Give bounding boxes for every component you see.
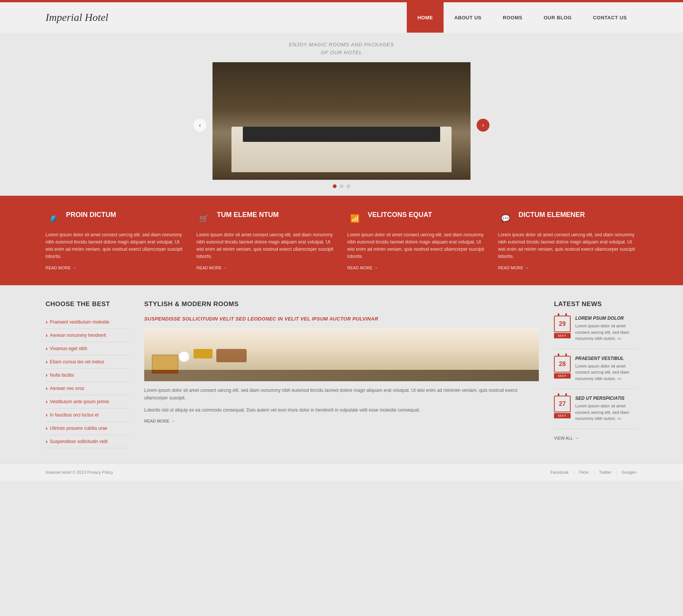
choose-item-link-3[interactable]: Etiam cursus leo vel metus: [50, 359, 104, 365]
choose-item-4[interactable]: Nulla facilisi: [46, 369, 129, 382]
latest-news-title: LATEST NEWS: [554, 300, 637, 308]
arrow-icon: →: [525, 266, 529, 270]
choose-item-0[interactable]: Praesent vestibulum molestie: [46, 316, 129, 329]
news-link-0[interactable]: ›››: [617, 336, 622, 341]
news-content-1: PRAESENT VESTIBUL Lorem ipsum dolor sit …: [575, 356, 637, 382]
feature-text-1: Lorem ipsum dolor sit amet consect uercn…: [197, 231, 336, 261]
choose-item-1[interactable]: Aenean nonummy hendrerit: [46, 329, 129, 342]
choose-item-5[interactable]: Aenean nec eros: [46, 382, 129, 395]
feature-text-3: Lorem ipsum dolor sit amet consect uercn…: [498, 231, 638, 261]
feature-read-more-3[interactable]: READ MORE →: [498, 266, 638, 270]
footer-link-facebook[interactable]: Facebook: [551, 470, 569, 475]
view-all-link[interactable]: VIEW ALL →: [554, 436, 637, 440]
feature-read-more-0[interactable]: READ MORE →: [46, 266, 185, 270]
slider-next-button[interactable]: ›: [477, 119, 489, 132]
arrow-icon: →: [574, 436, 579, 440]
latest-news-column: LATEST NEWS 29 MAY LOREM PSUM DOLOR Lore…: [554, 300, 637, 448]
news-date-box-0: 29 MAY: [554, 316, 571, 342]
hero-line1: ENJOY MAGIC ROOMS AND PACKAGES: [0, 41, 683, 49]
feature-item-2: 📶 VELITCONS EQUAT Lorem ipsum dolor sit …: [347, 211, 487, 270]
feature-header-1: 🛒 TUM ELEME NTUM: [197, 211, 336, 226]
rooms-title: STYLISH & MODERN ROOMS: [144, 300, 539, 308]
choose-item-link-0[interactable]: Praesent vestibulum molestie: [50, 319, 109, 325]
footer-divider-2: |: [593, 470, 595, 475]
nav-item-rooms[interactable]: ROOMS: [492, 2, 533, 33]
bed-scene-graphic: [212, 62, 471, 180]
news-item-1: 28 MAY PRAESENT VESTIBUL Lorem ipsum dol…: [554, 356, 637, 389]
arrow-icon: →: [72, 266, 77, 270]
rooms-text-1: Lorem ipsum dolor sit amet consect uercn…: [144, 387, 539, 402]
news-link-2[interactable]: ›››: [617, 416, 622, 421]
feature-text-2: Lorem ipsum dolor sit amet consect uercn…: [347, 231, 487, 261]
choose-item-9[interactable]: Suspendisse sollicitudin velit: [46, 435, 129, 448]
slider-dot-2[interactable]: [340, 184, 343, 188]
slider-dot-1[interactable]: [333, 184, 337, 188]
features-section: 🧳 PROIN DICTUM Lorem ipsum dolor sit ame…: [0, 196, 683, 286]
news-content-0: LOREM PSUM DOLOR Lorem ipsum dolor sit a…: [575, 316, 637, 342]
rooms-image: [144, 328, 539, 381]
rooms-read-more-link[interactable]: READ MORE →: [144, 419, 539, 423]
news-title-1: PRAESENT VESTIBUL: [575, 356, 637, 361]
nav-item-our-blog[interactable]: OUR BLOG: [533, 2, 582, 33]
choose-item-link-7[interactable]: In faucibus orci luctus et: [50, 412, 99, 418]
footer-copyright: Imperial Hotel © 2013 Privacy Policy: [46, 470, 113, 475]
slider-wrapper: ‹ ›: [212, 62, 471, 188]
choose-item-7[interactable]: In faucibus orci luctus et: [46, 409, 129, 422]
choose-best-title: CHOOSE THE BEST: [46, 300, 129, 308]
news-link-1[interactable]: ›››: [617, 376, 622, 381]
rooms-subtitle: SUSPENDISSE SOLLICITUDIN VELIT SED LEODO…: [144, 316, 539, 322]
feature-icon-2: 📶: [347, 211, 362, 226]
feature-title-2: VELITCONS EQUAT: [368, 211, 432, 219]
feature-title-3: DICTUM ELEMENER: [519, 211, 585, 219]
feature-header-3: 💬 DICTUM ELEMENER: [498, 211, 638, 226]
feature-item-1: 🛒 TUM ELEME NTUM Lorem ipsum dolor sit a…: [197, 211, 336, 270]
slider-dot-3[interactable]: [346, 184, 350, 188]
rooms-text-2: Lobortis nisl ut aliquip ex ea commodo c…: [144, 406, 539, 414]
choose-item-2[interactable]: Vivamus eget nibh: [46, 342, 129, 355]
news-title-2: SED UT PERSPICIATIS: [575, 396, 637, 401]
choose-item-link-9[interactable]: Suspendisse sollicitudin velit: [50, 439, 107, 444]
footer-link-flickr[interactable]: Flickr: [579, 470, 589, 475]
footer-divider-1: |: [573, 470, 574, 475]
choose-item-3[interactable]: Etiam cursus leo vel metus: [46, 355, 129, 369]
nav-item-about-us[interactable]: ABOUT US: [444, 2, 492, 33]
feature-read-more-2[interactable]: READ MORE →: [347, 266, 487, 270]
choose-item-link-5[interactable]: Aenean nec eros: [50, 386, 84, 391]
news-day-2: 27: [559, 401, 566, 407]
news-item-2: 27 MAY SED UT PERSPICIATIS Lorem ipsum d…: [554, 396, 637, 429]
choose-best-column: CHOOSE THE BEST Praesent vestibulum mole…: [46, 300, 129, 448]
news-text-0: Lorem ipsum dolor sit amet consect uercn…: [575, 323, 637, 342]
main-nav: HOMEABOUT USROOMSOUR BLOGCONTACT US: [407, 2, 637, 33]
choose-item-8[interactable]: Ultrices posuere cubilia urae: [46, 422, 129, 435]
news-month-0: MAY: [554, 333, 571, 338]
choose-item-link-8[interactable]: Ultrices posuere cubilia urae: [50, 426, 107, 431]
footer-link-twitter[interactable]: Twitter: [599, 470, 611, 475]
choose-item-6[interactable]: Vestibulum ante ipsum primis: [46, 395, 129, 409]
feature-item-0: 🧳 PROIN DICTUM Lorem ipsum dolor sit ame…: [46, 211, 185, 270]
feature-read-more-1[interactable]: READ MORE →: [197, 266, 336, 270]
slider-prev-button[interactable]: ‹: [194, 119, 206, 132]
choose-item-link-1[interactable]: Aenean nonummy hendrerit: [50, 333, 106, 338]
rooms-column: STYLISH & MODERN ROOMS SUSPENDISSE SOLLI…: [144, 300, 539, 448]
feature-title-0: PROIN DICTUM: [66, 211, 116, 219]
choose-item-link-4[interactable]: Nulla facilisi: [50, 372, 74, 378]
choose-item-link-2[interactable]: Vivamus eget nibh: [50, 346, 87, 351]
slider-section: ‹ ›: [0, 62, 683, 196]
feature-text-0: Lorem ipsum dolor sit amet consect uercn…: [46, 231, 185, 261]
slider-image: [212, 62, 471, 180]
feature-title-1: TUM ELEME NTUM: [217, 211, 279, 219]
footer-links: Facebook|Flickr|Twitter|Google+: [551, 470, 637, 475]
footer-link-google+[interactable]: Google+: [622, 470, 637, 475]
choose-best-list: Praesent vestibulum molestieAenean nonum…: [46, 316, 129, 448]
news-day-1: 28: [559, 361, 566, 367]
rooms-image-scene: [144, 328, 539, 381]
news-date-box-1: 28 MAY: [554, 356, 571, 382]
feature-icon-0: 🧳: [46, 211, 61, 226]
nav-item-contact-us[interactable]: CONTACT US: [582, 2, 637, 33]
footer: Imperial Hotel © 2013 Privacy Policy Fac…: [0, 464, 683, 481]
nav-item-home[interactable]: HOME: [407, 2, 444, 33]
arrow-icon: →: [374, 266, 378, 270]
slider-dots: [212, 184, 471, 188]
news-content-2: SED UT PERSPICIATIS Lorem ipsum dolor si…: [575, 396, 637, 422]
choose-item-link-6[interactable]: Vestibulum ante ipsum primis: [50, 399, 109, 404]
